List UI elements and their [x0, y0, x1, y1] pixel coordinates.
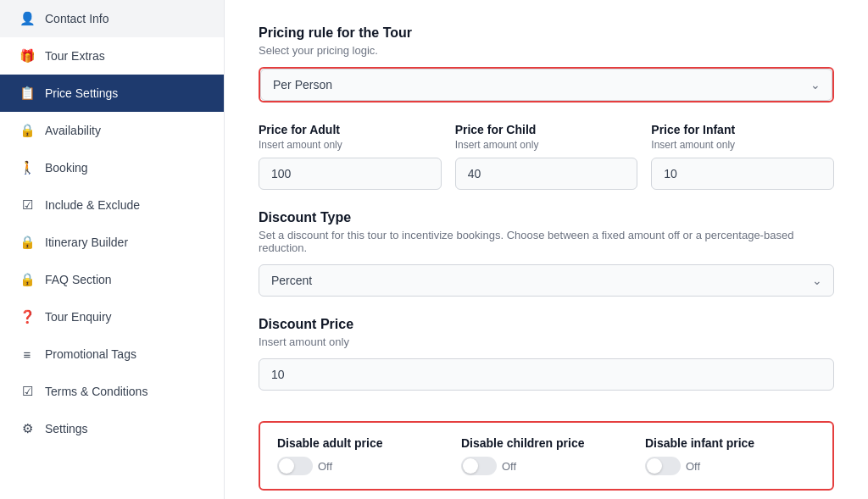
sidebar-item-availability[interactable]: 🔒 Availability [0, 112, 224, 149]
adult-price-sublabel: Insert amount only [259, 139, 442, 151]
sidebar-item-label: Booking [45, 161, 88, 175]
discount-type-select[interactable]: Percent Fixed Amount [259, 264, 834, 297]
pricing-rule-select-wrapper: Per Person Per Group Per Vehicle ⌄ [259, 67, 834, 103]
disable-adult-thumb [279, 458, 294, 474]
main-content: Pricing rule for the Tour Select your pr… [225, 0, 868, 499]
child-price-input[interactable] [455, 158, 638, 190]
sidebar-item-include-exclude[interactable]: ☑ Include & Exclude [0, 186, 224, 224]
disable-adult-toggle-item: Disable adult price Off [277, 436, 448, 475]
sidebar-item-label: Promotional Tags [45, 347, 136, 361]
discount-type-select-wrapper: Percent Fixed Amount ⌄ [259, 264, 834, 297]
price-grid: Price for Adult Insert amount only Price… [259, 123, 834, 190]
sidebar-item-price-settings[interactable]: 📋 Price Settings [0, 75, 224, 112]
sidebar-item-label: Terms & Conditions [45, 385, 147, 398]
discount-type-subtitle: Set a discount for this tour to incentiv… [259, 229, 834, 254]
disable-children-thumb [463, 458, 478, 474]
tour-enquiry-icon: ❓ [19, 309, 35, 324]
contact-info-icon: 👤 [19, 11, 35, 26]
sidebar-item-promotional-tags[interactable]: ≡ Promotional Tags [0, 335, 224, 373]
adult-price-input[interactable] [259, 158, 442, 190]
sidebar-item-label: Include & Exclude [45, 198, 140, 212]
discount-price-section: Discount Price Insert amount only [259, 317, 834, 404]
child-price-sublabel: Insert amount only [455, 139, 638, 151]
sidebar-item-tour-enquiry[interactable]: ❓ Tour Enquiry [0, 298, 224, 335]
discount-price-title: Discount Price [259, 317, 834, 332]
disable-infant-toggle-item: Disable infant price Off [645, 436, 815, 475]
disable-children-toggle-item: Disable children price Off [461, 436, 632, 475]
promotional-tags-icon: ≡ [19, 347, 35, 362]
disable-children-toggle[interactable]: Off [461, 457, 632, 475]
disable-infant-thumb [647, 458, 662, 474]
infant-price-field: Price for Infant Insert amount only [651, 123, 834, 190]
discount-type-title: Discount Type [259, 210, 834, 225]
sidebar-item-label: FAQ Section [45, 273, 112, 286]
sidebar-item-label: Contact Info [45, 12, 109, 25]
disable-infant-label: Disable infant price [645, 436, 815, 450]
disable-adult-toggle[interactable]: Off [277, 457, 448, 475]
sidebar-item-label: Availability [45, 124, 101, 137]
settings-icon: ⚙ [19, 421, 35, 436]
discount-price-input[interactable] [259, 358, 834, 391]
sidebar-item-itinerary-builder[interactable]: 🔒 Itinerary Builder [0, 224, 224, 261]
disable-children-label: Disable children price [461, 436, 632, 450]
infant-price-input[interactable] [651, 158, 834, 190]
disable-children-toggle-label: Off [502, 460, 516, 473]
child-price-label: Price for Child [455, 123, 638, 136]
tour-extras-icon: 🎁 [19, 48, 35, 64]
sidebar-item-booking[interactable]: 🚶 Booking [0, 149, 224, 186]
disable-adult-label: Disable adult price [277, 436, 448, 450]
sidebar-item-terms-conditions[interactable]: ☑ Terms & Conditions [0, 373, 224, 410]
infant-price-sublabel: Insert amount only [651, 139, 834, 151]
include-exclude-icon: ☑ [19, 197, 35, 213]
adult-price-label: Price for Adult [259, 123, 442, 136]
sidebar: 👤 Contact Info 🎁 Tour Extras 📋 Price Set… [0, 0, 225, 499]
price-settings-icon: 📋 [19, 86, 35, 101]
sidebar-item-faq-section[interactable]: 🔒 FAQ Section [0, 261, 224, 298]
itinerary-builder-icon: 🔒 [19, 235, 35, 250]
faq-section-icon: 🔒 [19, 272, 35, 287]
terms-conditions-icon: ☑ [19, 384, 35, 399]
booking-icon: 🚶 [19, 160, 35, 175]
disable-price-toggles: Disable adult price Off Disable children… [259, 421, 834, 491]
pricing-rule-select[interactable]: Per Person Per Group Per Vehicle [260, 69, 832, 101]
child-price-field: Price for Child Insert amount only [455, 123, 638, 190]
sidebar-item-label: Tour Extras [45, 49, 105, 63]
disable-children-track[interactable] [461, 457, 497, 475]
sidebar-item-label: Itinerary Builder [45, 236, 128, 249]
disable-infant-toggle-label: Off [686, 460, 700, 473]
pricing-rule-section: Pricing rule for the Tour Select your pr… [259, 25, 834, 103]
sidebar-item-label: Price Settings [45, 86, 118, 100]
discount-type-section: Discount Type Set a discount for this to… [259, 210, 834, 297]
discount-price-subtitle: Insert amount only [259, 335, 834, 348]
availability-icon: 🔒 [19, 123, 35, 138]
sidebar-item-tour-extras[interactable]: 🎁 Tour Extras [0, 37, 224, 75]
infant-price-label: Price for Infant [651, 123, 834, 136]
sidebar-item-label: Settings [45, 422, 88, 435]
pricing-rule-title: Pricing rule for the Tour [259, 25, 834, 41]
disable-adult-track[interactable] [277, 457, 313, 475]
sidebar-item-settings[interactable]: ⚙ Settings [0, 410, 224, 447]
sidebar-item-contact-info[interactable]: 👤 Contact Info [0, 0, 224, 37]
adult-price-field: Price for Adult Insert amount only [259, 123, 442, 190]
disable-infant-toggle[interactable]: Off [645, 457, 815, 475]
pricing-rule-subtitle: Select your pricing logic. [259, 44, 834, 57]
disable-infant-track[interactable] [645, 457, 681, 475]
sidebar-item-label: Tour Enquiry [45, 310, 112, 324]
disable-adult-toggle-label: Off [318, 460, 332, 473]
